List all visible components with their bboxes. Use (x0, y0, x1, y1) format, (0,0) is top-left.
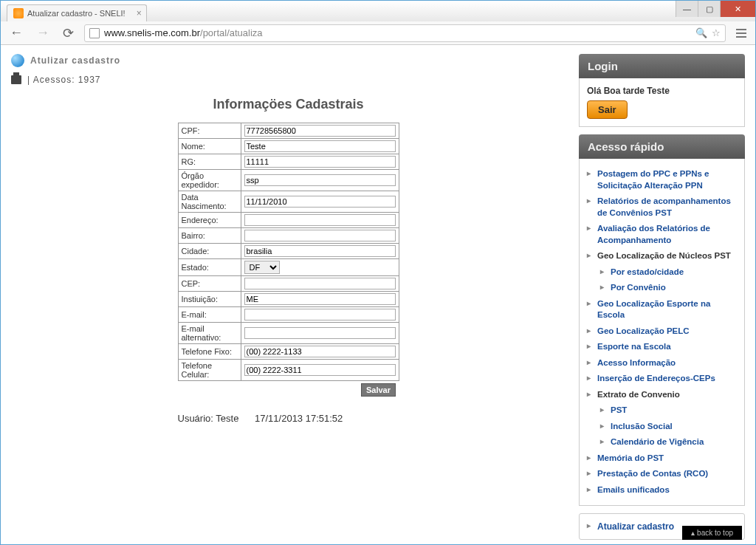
footer-info: Usuário: Teste 17/11/2013 17:51:52 (178, 413, 399, 424)
browser-titlebar: Atualizar cadastro - SNELI! × — ▢ ✕ (1, 1, 755, 21)
print-icon[interactable] (11, 75, 21, 84)
form-title: Informaçöes Cadastrais (11, 97, 566, 112)
close-tab-icon[interactable]: × (137, 8, 142, 18)
minimize-button[interactable]: — (676, 1, 698, 17)
bairro-input[interactable] (244, 230, 396, 241)
salvar-button[interactable]: Salvar (361, 383, 396, 397)
quick-menu-item[interactable]: Geo Localização PELC (587, 323, 737, 340)
login-panel-header: Login (579, 54, 745, 78)
quick-menu-item[interactable]: Relatórios de acompanhamentos de Convêni… (587, 193, 737, 221)
url-path: /portal/atualiza (200, 27, 263, 38)
tab-title: Atualizar cadastro - SNELI! (27, 9, 126, 18)
quick-access-panel: Postagem do PPC e PPNs e Solicitação Alt… (579, 159, 745, 506)
greeting-text: Olá Boa tarde Teste (587, 86, 737, 96)
quick-menu-item[interactable]: Geo Localização Esporte na Escola (587, 296, 737, 323)
reload-button[interactable]: ⟳ (60, 25, 77, 41)
hamburger-menu-button[interactable] (733, 25, 749, 41)
back-to-top-button[interactable]: back to top (682, 526, 742, 540)
quick-menu-item[interactable]: Prestação de Contas (RCO) (587, 466, 737, 482)
estado-select[interactable]: DF (244, 261, 280, 274)
cpf-input[interactable] (244, 125, 396, 137)
cidade-input[interactable] (244, 245, 396, 257)
quick-menu-item[interactable]: PST (600, 402, 737, 419)
quick-menu-item[interactable]: Por estado/cidade (600, 264, 737, 281)
quick-menu-item[interactable]: Memória do PST (587, 450, 737, 467)
quick-menu-item[interactable]: Postagem do PPC e PPNs e Solicitação Alt… (587, 166, 737, 193)
telefone-celular-input[interactable] (244, 364, 396, 376)
back-button[interactable]: ← (7, 25, 26, 41)
access-counter: | Acessos: 1937 (11, 75, 566, 85)
quick-access-header: Acesso rápido (579, 134, 745, 159)
quick-menu-item[interactable]: Avaliação dos Relatórios de Acompanhamen… (587, 221, 737, 248)
quick-menu-item[interactable]: Inserção de Endereços-CEPs (587, 371, 737, 387)
forward-button[interactable]: → (33, 25, 52, 41)
quick-menu-item[interactable]: Extrato de Convenio (587, 387, 737, 403)
quick-menu-item[interactable]: Emails unificados (587, 482, 737, 498)
sair-button[interactable]: Sair (587, 100, 628, 119)
url-host: www.snelis-me.com.br (104, 27, 200, 38)
rg-input[interactable] (244, 156, 396, 168)
breadcrumb: Atulizar casdastro (11, 54, 566, 67)
email-alt-input[interactable] (244, 327, 396, 339)
quick-menu-item[interactable]: Inclusão Social (600, 419, 737, 435)
maximize-button[interactable]: ▢ (698, 1, 720, 17)
quick-menu-item[interactable]: Esporte na Escola (587, 339, 737, 355)
login-panel: Olá Boa tarde Teste Sair (579, 78, 745, 127)
close-window-button[interactable]: ✕ (720, 1, 755, 17)
orgao-input[interactable] (244, 174, 396, 186)
nome-input[interactable] (244, 140, 396, 152)
page-title: Atulizar casdastro (30, 55, 120, 66)
quick-menu-item[interactable]: Acesso Informação (587, 355, 737, 371)
email-input[interactable] (244, 309, 396, 321)
quick-menu-item[interactable]: Calendário de Vigência (600, 434, 737, 450)
cep-input[interactable] (244, 278, 396, 289)
nascimento-input[interactable] (244, 196, 396, 208)
search-icon[interactable]: 🔍 (695, 27, 707, 38)
quick-menu-item[interactable]: Geo Localização de Núcleos PST (587, 248, 737, 264)
star-icon[interactable]: ☆ (712, 27, 721, 38)
favicon-icon (13, 8, 24, 18)
quick-menu-item[interactable]: Por Convênio (600, 280, 737, 296)
instituicao-input[interactable] (244, 293, 396, 305)
browser-navbar: ← → ⟳ www.snelis-me.com.br /portal/atual… (1, 21, 755, 45)
browser-tab[interactable]: Atualizar cadastro - SNELI! × (7, 4, 147, 21)
globe-icon (11, 54, 24, 67)
page-icon (89, 28, 100, 38)
telefone-fixo-input[interactable] (244, 346, 396, 357)
address-bar[interactable]: www.snelis-me.com.br /portal/atualiza 🔍 … (84, 24, 726, 42)
cadastro-form: CPF: Nome: RG: Órgão expedidor: Data Nas… (178, 123, 399, 398)
endereco-input[interactable] (244, 214, 396, 226)
